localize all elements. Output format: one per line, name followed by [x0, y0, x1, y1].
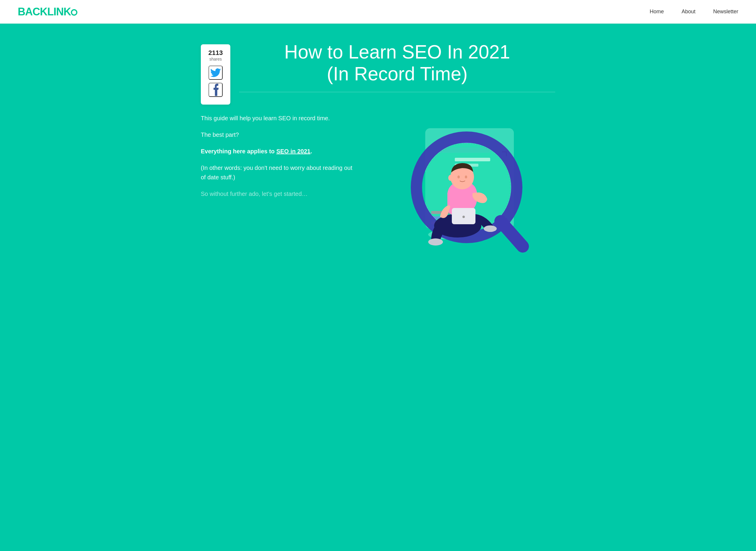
title-row: 2113 shares How to Learn SEO In 2021 [201, 41, 555, 105]
hero-title-block: How to Learn SEO In 2021 (In Record Time… [239, 41, 555, 104]
nav-item-about[interactable]: About [682, 9, 695, 15]
twitter-icon [210, 67, 221, 78]
hero-paragraph-5: So without further ado, let's get starte… [201, 189, 354, 198]
share-label: shares [209, 57, 222, 61]
svg-point-15 [484, 225, 497, 232]
seo-2021-link[interactable]: SEO in 2021 [276, 148, 311, 154]
content-row: This guide will help you learn SEO in re… [201, 113, 555, 255]
site-logo[interactable]: BACKLINK [18, 6, 77, 18]
hero-paragraph-4: (In other words: you don't need to worry… [201, 163, 354, 182]
hero-paragraph-2: The best part? [201, 130, 354, 139]
share-widget: 2113 shares [201, 44, 230, 105]
twitter-share-button[interactable] [208, 66, 223, 80]
nav-link-newsletter[interactable]: Newsletter [713, 9, 738, 14]
facebook-icon [211, 83, 220, 97]
nav-item-newsletter[interactable]: Newsletter [713, 9, 738, 15]
seo-illustration-svg [372, 113, 532, 255]
nav-link-about[interactable]: About [682, 9, 695, 14]
svg-point-20 [465, 175, 467, 178]
nav-link-home[interactable]: Home [650, 9, 664, 14]
nav-item-home[interactable]: Home [650, 9, 664, 15]
svg-line-12 [501, 221, 523, 246]
share-count: 2113 [208, 49, 223, 57]
hero-paragraph-1: This guide will help you learn SEO in re… [201, 113, 354, 123]
hero-section: 2113 shares How to Learn SEO In 2021 [0, 24, 756, 551]
svg-point-14 [428, 238, 443, 245]
hero-illustration [372, 113, 532, 255]
svg-point-19 [457, 175, 460, 178]
svg-point-21 [448, 175, 452, 181]
svg-point-17 [462, 216, 465, 218]
facebook-share-button[interactable] [208, 83, 223, 97]
hero-divider [239, 92, 555, 92]
hero-paragraph-3: Everything here applies to SEO in 2021. [201, 146, 354, 156]
navbar: BACKLINK Home About Newsletter [0, 0, 756, 24]
hero-title: How to Learn SEO In 2021 (In Record Time… [239, 41, 555, 85]
nav-links: Home About Newsletter [650, 9, 738, 15]
hero-text: This guide will help you learn SEO in re… [201, 113, 354, 206]
